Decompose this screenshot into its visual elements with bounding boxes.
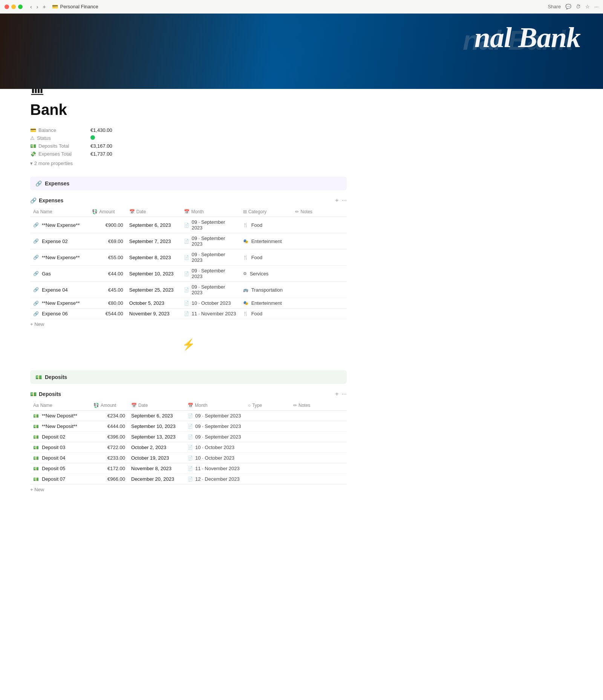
expenses-more-button[interactable]: ··· [342, 197, 347, 204]
expenses-add-column-button[interactable]: + [335, 197, 338, 204]
expenses-table-row[interactable]: 🔗 **New Expense** €55.00 September 8, 20… [30, 249, 347, 266]
deposit-notes-cell[interactable] [290, 474, 347, 484]
minimize-dot[interactable] [11, 5, 16, 9]
deposit-notes-cell[interactable] [290, 463, 347, 474]
expense-amount-cell: €44.00 [89, 266, 126, 282]
balance-icon: 💳 [30, 127, 36, 133]
expense-notes-cell[interactable] [292, 309, 347, 319]
deposit-date-cell: September 10, 2023 [128, 421, 185, 432]
deposit-amount-cell: €234.00 [90, 411, 128, 421]
deposits-table-row[interactable]: 💵 Deposit 07 €966.00 December 20, 2023 📄… [30, 474, 347, 484]
deposits-table-body: 💵 **New Deposit** €234.00 September 6, 2… [30, 411, 347, 484]
deposit-date-cell: September 6, 2023 [128, 411, 185, 421]
deposit-name-cell: Deposit 05 [42, 466, 65, 471]
deposits-col-amount: 💱 Amount [90, 400, 128, 411]
comment-button[interactable]: 💬 [565, 4, 571, 9]
expenses-col-category: ⊞ Category [240, 207, 292, 217]
dep-name-col-icon: Aa [33, 403, 39, 408]
deposit-name-cell: Deposit 02 [42, 434, 65, 440]
expenses-table-actions: + ··· [335, 197, 347, 204]
share-button[interactable]: Share [548, 4, 561, 9]
deposits-table-row[interactable]: 💵 **New Deposit** €234.00 September 6, 2… [30, 411, 347, 421]
deposits-table-row[interactable]: 💵 Deposit 05 €172.00 November 8, 2023 📄 … [30, 463, 347, 474]
more-properties-toggle[interactable]: ▾ 2 more properties [30, 160, 347, 166]
deposit-row-icon: 💵 [33, 424, 39, 429]
expenses-table-row[interactable]: 🔗 Expense 02 €69.00 September 7, 2023 📄 … [30, 233, 347, 249]
deposit-notes-cell[interactable] [290, 411, 347, 421]
deposits-icon: 💵 [30, 143, 36, 149]
expense-name-cell: Expense 04 [42, 287, 68, 293]
deposits-add-new[interactable]: + New [30, 484, 347, 495]
nav-forward-button[interactable]: › [35, 3, 40, 11]
expense-notes-cell[interactable] [292, 282, 347, 298]
expense-notes-cell[interactable] [292, 298, 347, 309]
expense-notes-cell[interactable] [292, 249, 347, 266]
timer-button[interactable]: ⏱ [576, 4, 581, 9]
expense-category-cell: 🎭 Enterteinment [240, 233, 292, 249]
expense-notes-cell[interactable] [292, 233, 347, 249]
expenses-col-month: 📅 Month [181, 207, 240, 217]
deposits-total-value[interactable]: €3,167.00 [90, 143, 112, 149]
deposit-type-cell [245, 411, 290, 421]
expense-month-cell: 📄 09 · September 2023 [181, 233, 240, 249]
month-doc-icon: 📄 [184, 255, 189, 260]
expenses-table-row[interactable]: 🔗 Expense 06 €544.00 November 9, 2023 📄 … [30, 309, 347, 319]
chevron-down-icon: ▾ [30, 160, 33, 166]
deposits-table-icon: 💵 [30, 391, 37, 397]
deposit-notes-cell[interactable] [290, 442, 347, 453]
page-content: 🏛 Bank 💳 Balance €1,430.00 ⚠ Status 💵 De… [0, 81, 377, 517]
expense-date-cell: September 25, 2023 [126, 282, 181, 298]
deposits-table-row[interactable]: 💵 Deposit 04 €233.00 October 19, 2023 📄 … [30, 453, 347, 463]
star-button[interactable]: ☆ [585, 4, 590, 9]
expenses-table-row[interactable]: 🔗 Expense 04 €45.00 September 25, 2023 📄… [30, 282, 347, 298]
deposits-col-month: 📅 Month [185, 400, 245, 411]
expenses-table-row[interactable]: 🔗 Gas €44.00 September 10, 2023 📄 09 · S… [30, 266, 347, 282]
deposit-amount-cell: €966.00 [90, 474, 128, 484]
expense-notes-cell[interactable] [292, 217, 347, 233]
month-doc-icon: 📄 [184, 287, 189, 292]
balance-value[interactable]: €1,430.00 [90, 127, 112, 133]
close-dot[interactable] [5, 5, 9, 9]
deposits-table-row[interactable]: 💵 Deposit 02 €396.00 September 13, 2023 … [30, 432, 347, 442]
expenses-table-row[interactable]: 🔗 **New Expense** €80.00 October 5, 2023… [30, 298, 347, 309]
deposits-table-header: 💵 Deposits + ··· [30, 388, 347, 400]
balance-label: 💳 Balance [30, 127, 90, 133]
deposit-month-cell: 📄 10 · October 2023 [185, 453, 245, 463]
deposit-amount-cell: €172.00 [90, 463, 128, 474]
expenses-table-head: Aa Name 💱 Amount 📅 Date 📅 Month ⊞ Catego… [30, 207, 347, 217]
expenses-table-row[interactable]: 🔗 **New Expense** €900.00 September 6, 2… [30, 217, 347, 233]
status-dot [90, 135, 95, 140]
deposits-table-actions: + ··· [335, 391, 347, 397]
maximize-dot[interactable] [18, 5, 23, 9]
expenses-table-title: Expenses [39, 197, 63, 203]
expense-date-cell: November 9, 2023 [126, 309, 181, 319]
properties-section: 💳 Balance €1,430.00 ⚠ Status 💵 Deposits … [30, 127, 347, 166]
nav-add-button[interactable]: + [41, 3, 47, 11]
status-value [90, 135, 95, 141]
nav-back-button[interactable]: ‹ [29, 3, 34, 11]
deposits-col-name: Aa Name [30, 400, 90, 411]
deposit-row-icon: 💵 [33, 477, 39, 482]
expenses-icon: 💸 [30, 151, 36, 157]
deposit-name-cell: **New Deposit** [42, 423, 77, 429]
page-icon: 💳 [52, 4, 58, 9]
deposit-notes-cell[interactable] [290, 453, 347, 463]
deposits-table-row[interactable]: 💵 Deposit 03 €722.00 October 2, 2023 📄 1… [30, 442, 347, 453]
expenses-col-amount: 💱 Amount [89, 207, 126, 217]
deposit-notes-cell[interactable] [290, 421, 347, 432]
deposit-month-cell: 📄 11 · November 2023 [185, 463, 245, 474]
expenses-section-title: Expenses [45, 180, 69, 186]
deposits-table-row[interactable]: 💵 **New Deposit** €444.00 September 10, … [30, 421, 347, 432]
expense-notes-cell[interactable] [292, 266, 347, 282]
more-button[interactable]: ··· [594, 4, 598, 9]
expense-row-icon: 🔗 [33, 222, 39, 228]
deposits-section-header: 💵 Deposits [30, 370, 347, 384]
expense-amount-cell: €80.00 [89, 298, 126, 309]
deposits-more-button[interactable]: ··· [342, 391, 347, 397]
expenses-total-value[interactable]: €1,737.00 [90, 151, 112, 157]
lightning-divider: ⚡ [30, 329, 347, 360]
expenses-add-new[interactable]: + New [30, 319, 347, 329]
deposit-notes-cell[interactable] [290, 432, 347, 442]
expense-category-cell: 🍴 Food [240, 217, 292, 233]
deposits-add-column-button[interactable]: + [335, 391, 338, 397]
